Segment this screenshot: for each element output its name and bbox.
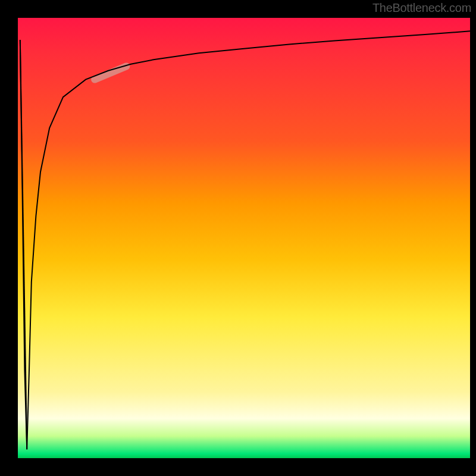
initial-spike-line (20, 40, 27, 449)
chart-container: TheBottleneck.com (0, 0, 476, 476)
highlight-segment (95, 66, 126, 79)
bottleneck-curve-line (20, 31, 470, 449)
watermark-text: TheBottleneck.com (372, 1, 471, 15)
curve-svg (18, 18, 470, 458)
